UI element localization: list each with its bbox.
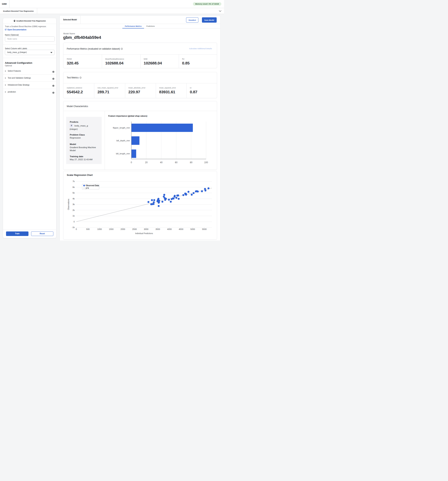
svg-text:3000: 3000 <box>144 228 148 230</box>
svg-text:4000: 4000 <box>167 228 172 230</box>
svg-text:2000: 2000 <box>121 228 125 230</box>
svg-text:1000: 1000 <box>97 228 102 230</box>
svg-text:2500: 2500 <box>132 228 137 230</box>
svg-text:20: 20 <box>145 161 148 164</box>
svg-text:100: 100 <box>204 161 208 164</box>
svg-text:0: 0 <box>76 228 77 230</box>
svg-text:y=x: y=x <box>86 187 89 189</box>
svg-text:bill_length_mm: bill_length_mm <box>116 152 130 155</box>
svg-text:3k: 3k <box>73 203 75 205</box>
svg-text:5500: 5500 <box>202 228 207 230</box>
svg-text:flipper_length_mm: flipper_length_mm <box>113 127 130 129</box>
svg-text:Observations: Observations <box>68 199 69 210</box>
svg-text:6k: 6k <box>73 186 75 188</box>
svg-text:500: 500 <box>86 228 90 230</box>
svg-text:1500: 1500 <box>109 228 114 230</box>
svg-text:0: 0 <box>74 220 75 223</box>
svg-text:4k: 4k <box>73 197 75 200</box>
svg-text:1k: 1k <box>73 215 75 217</box>
svg-text:60: 60 <box>175 161 178 164</box>
svg-text:-1k: -1k <box>72 226 75 228</box>
svg-text:5000: 5000 <box>190 228 195 230</box>
svg-text:Individual Predictions: Individual Predictions <box>135 232 153 234</box>
svg-text:7k: 7k <box>73 180 75 182</box>
svg-text:40: 40 <box>160 161 163 164</box>
svg-text:2k: 2k <box>73 209 75 211</box>
svg-text:bill_depth_mm: bill_depth_mm <box>116 139 130 142</box>
svg-text:5k: 5k <box>73 192 75 194</box>
svg-text:0: 0 <box>131 161 132 164</box>
svg-text:4500: 4500 <box>179 228 183 230</box>
svg-text:3500: 3500 <box>156 228 160 230</box>
svg-text:80: 80 <box>190 161 192 164</box>
svg-text:Observed Data: Observed Data <box>86 185 99 187</box>
